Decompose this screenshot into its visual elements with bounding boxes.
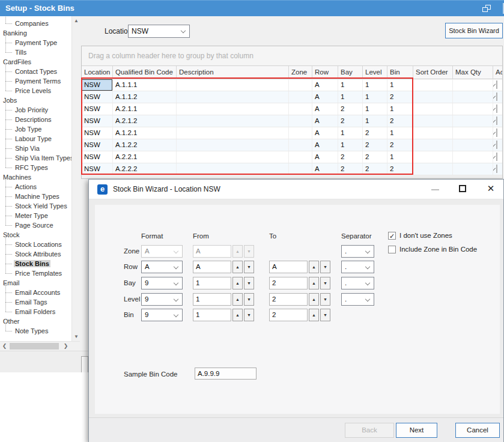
include-zone-checkbox[interactable]: Include Zone in Bin Code xyxy=(388,245,490,255)
cell-zone[interactable] xyxy=(289,79,312,91)
spin-down-icon[interactable]: ▼ xyxy=(320,309,330,321)
cell-active[interactable] xyxy=(493,127,503,139)
sidebar-item-companies[interactable]: Companies xyxy=(0,19,71,28)
cell-bin-code[interactable]: A.1.2.1 xyxy=(113,127,177,139)
row-separator-dropdown[interactable]: . xyxy=(341,261,374,273)
cell-row[interactable]: A xyxy=(312,163,338,175)
cell-bin-code[interactable]: A.1.1.2 xyxy=(113,91,177,103)
sidebar-group-stock[interactable]: Stock xyxy=(0,230,71,240)
sidebar-item-payment-terms[interactable]: Payment Terms xyxy=(0,76,71,86)
cell-max-qty[interactable] xyxy=(453,91,493,103)
cell-active[interactable] xyxy=(493,79,503,91)
scroll-right-icon[interactable]: ❯ xyxy=(61,342,70,351)
cell-bay[interactable]: 1 xyxy=(338,139,363,151)
cell-max-qty[interactable] xyxy=(453,151,493,163)
spin-up-icon[interactable]: ▲ xyxy=(309,293,319,306)
scrollbar-thumb[interactable] xyxy=(10,343,59,350)
cell-zone[interactable] xyxy=(289,103,312,115)
table-row[interactable]: NSW A.1.2.1 A 1 2 1 xyxy=(82,127,503,139)
sidebar-item-contact-types[interactable]: Contact Types xyxy=(0,67,71,76)
column-header-bin[interactable]: Bin xyxy=(387,66,413,79)
cell-bin-code[interactable]: A.2.1.1 xyxy=(113,103,177,115)
cell-bay[interactable]: 1 xyxy=(338,79,363,91)
dont-use-zones-checkbox[interactable]: ✓ I don't use Zones xyxy=(388,231,484,241)
sidebar-item-machine-types[interactable]: Machine Types xyxy=(0,192,71,201)
cell-location[interactable]: NSW xyxy=(82,115,113,127)
group-by-band[interactable]: Drag a column header here to group by th… xyxy=(82,46,502,66)
location-dropdown[interactable]: NSW xyxy=(128,25,190,38)
spin-up-icon[interactable]: ▲ xyxy=(309,277,319,289)
cancel-button[interactable]: Cancel xyxy=(455,423,500,438)
maximize-icon[interactable] xyxy=(455,183,470,195)
cell-location-selected[interactable]: NSW xyxy=(82,79,113,91)
active-dropdown-icon[interactable] xyxy=(496,117,497,125)
cell-bay[interactable]: 1 xyxy=(338,127,363,139)
sidebar-item-stock-locations[interactable]: Stock Locations xyxy=(0,240,71,249)
sidebar-group-banking[interactable]: Banking xyxy=(0,28,71,38)
restore-window-icon[interactable] xyxy=(482,5,491,12)
sidebar-item-job-type[interactable]: Job Type xyxy=(0,124,71,134)
sidebar-group-jobs[interactable]: Jobs xyxy=(0,95,71,105)
spin-up-icon[interactable]: ▲ xyxy=(232,309,243,321)
cell-description[interactable] xyxy=(177,139,289,151)
sidebar-item-note-types[interactable]: Note Types xyxy=(0,326,71,336)
cell-bin[interactable]: 1 xyxy=(387,103,413,115)
sidebar-item-stock-bins[interactable]: Stock Bins xyxy=(0,259,71,268)
cell-sort-order[interactable] xyxy=(413,151,453,163)
cell-zone[interactable] xyxy=(289,163,312,175)
cell-active[interactable] xyxy=(493,103,503,115)
tree-horizontal-scrollbar[interactable]: ❮ ❯ xyxy=(0,341,80,351)
cell-description[interactable] xyxy=(177,79,289,91)
cell-level[interactable]: 1 xyxy=(363,115,387,127)
level-separator-dropdown[interactable]: . xyxy=(341,293,374,306)
sidebar-group-other[interactable]: Other xyxy=(0,316,71,326)
cell-active[interactable] xyxy=(493,151,503,163)
spin-down-icon[interactable]: ▼ xyxy=(244,261,254,273)
spin-down-icon[interactable]: ▼ xyxy=(320,261,330,273)
cell-bay[interactable]: 1 xyxy=(338,91,363,103)
active-dropdown-icon[interactable] xyxy=(496,153,497,161)
sidebar-item-job-priority[interactable]: Job Priority xyxy=(0,105,71,115)
sidebar-group-email[interactable]: Email xyxy=(0,278,71,288)
active-dropdown-icon[interactable] xyxy=(496,129,497,137)
stock-bin-wizard-button[interactable]: Stock Bin Wizard xyxy=(445,23,503,38)
cell-max-qty[interactable] xyxy=(453,115,493,127)
cell-active[interactable] xyxy=(493,163,503,175)
cell-bin-code[interactable]: A.2.2.1 xyxy=(113,151,177,163)
cell-bin[interactable]: 1 xyxy=(387,127,413,139)
cell-bin-code[interactable]: A.1.2.2 xyxy=(113,139,177,151)
cell-level[interactable]: 1 xyxy=(363,91,387,103)
spin-down-icon[interactable]: ▼ xyxy=(320,293,330,306)
spin-down-icon[interactable]: ▼ xyxy=(244,277,254,289)
cell-description[interactable] xyxy=(177,115,289,127)
sidebar-item-stock-yield-types[interactable]: Stock Yield Types xyxy=(0,201,71,211)
cell-zone[interactable] xyxy=(289,91,312,103)
cell-row[interactable]: A xyxy=(312,103,338,115)
column-header-active[interactable]: Act xyxy=(493,66,503,79)
spin-down-icon[interactable]: ▼ xyxy=(244,293,254,306)
cell-bay[interactable]: 2 xyxy=(338,103,363,115)
cell-max-qty[interactable] xyxy=(453,79,493,91)
cell-location[interactable]: NSW xyxy=(82,151,113,163)
bay-format-dropdown[interactable]: 9 xyxy=(141,277,183,289)
sidebar-item-labour-type[interactable]: Labour Type xyxy=(0,134,71,144)
column-header-bay[interactable]: Bay xyxy=(338,66,363,79)
row-format-dropdown[interactable]: A xyxy=(141,261,183,273)
column-header-level[interactable]: Level xyxy=(363,66,387,79)
row-to-spinner[interactable]: A ▲ ▼ xyxy=(269,261,330,273)
active-dropdown-icon[interactable] xyxy=(496,92,497,101)
scroll-left-icon[interactable]: ❮ xyxy=(0,342,9,351)
table-row[interactable]: NSW A.1.2.2 A 1 2 2 xyxy=(82,139,503,151)
table-row[interactable]: NSW A.2.2.1 A 2 2 1 xyxy=(82,151,503,163)
sidebar-item-stock-attributes[interactable]: Stock Attributes xyxy=(0,249,71,259)
cell-description[interactable] xyxy=(177,103,289,115)
table-row[interactable]: NSW A.2.2.2 A 2 2 2 xyxy=(82,163,503,175)
cell-row[interactable]: A xyxy=(312,115,338,127)
level-to-spinner[interactable]: 2 ▲ ▼ xyxy=(269,293,330,306)
column-header-qualified-bin-code[interactable]: Qualified Bin Code xyxy=(113,66,177,79)
cell-level[interactable]: 2 xyxy=(363,139,387,151)
cell-active[interactable] xyxy=(493,115,503,127)
table-row[interactable]: NSW A.1.1.1 A 1 1 1 xyxy=(82,79,503,91)
sidebar-item-payment-type[interactable]: Payment Type xyxy=(0,38,71,47)
scroll-down-icon[interactable]: ▼ xyxy=(72,332,80,341)
